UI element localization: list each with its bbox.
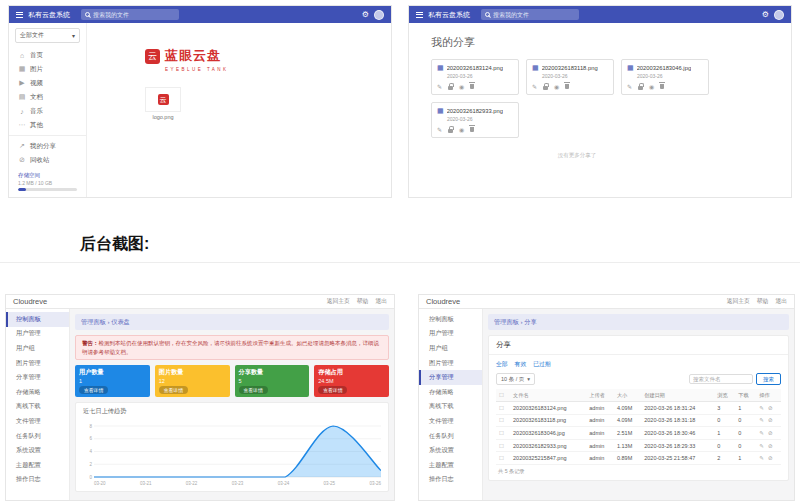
nav-link-logout[interactable]: 退出 bbox=[375, 297, 387, 306]
sidebar-item-images[interactable]: 图片管理 bbox=[419, 356, 482, 371]
sidebar-item-users[interactable]: 用户管理 bbox=[6, 327, 69, 342]
nav-link-home[interactable]: 返回主页 bbox=[327, 297, 350, 306]
delete-icon[interactable] bbox=[470, 84, 474, 89]
lock-icon[interactable] bbox=[448, 129, 453, 133]
sidebar-item-dashboard[interactable]: 控制面板 bbox=[419, 312, 482, 327]
lock-icon[interactable] bbox=[638, 86, 643, 90]
avatar[interactable] bbox=[774, 10, 784, 20]
search-box[interactable] bbox=[81, 9, 179, 20]
avatar[interactable] bbox=[374, 10, 384, 20]
sidebar-item-logs[interactable]: 操作日志 bbox=[419, 473, 482, 488]
sidebar-item-theme[interactable]: 主题配置 bbox=[6, 458, 69, 473]
share-card[interactable]: ▦20200326183124.png 2020-03-26 ✎◉ bbox=[431, 59, 519, 95]
edit-icon[interactable]: ✎ bbox=[759, 417, 764, 423]
table-row[interactable]: ☐ 20200326182933.png admin 1.13M 2020-03… bbox=[496, 439, 781, 452]
file-thumbnail[interactable]: 云 logo.png bbox=[145, 87, 181, 120]
select-all-checkbox[interactable]: ☐ bbox=[499, 392, 504, 398]
sidebar-item-theme[interactable]: 主题配置 bbox=[419, 458, 482, 473]
sidebar-item-shares[interactable]: 分享管理 bbox=[6, 370, 69, 385]
per-page-select[interactable]: 10 条 / 页 ▾ bbox=[496, 373, 535, 385]
edit-icon[interactable]: ✎ bbox=[759, 430, 764, 436]
delete-icon[interactable]: ⊘ bbox=[768, 455, 773, 461]
collection-select[interactable]: 全部文件 ▾ bbox=[15, 28, 80, 43]
row-checkbox[interactable]: ☐ bbox=[499, 405, 504, 411]
col-downloads[interactable]: 下载 bbox=[735, 389, 756, 402]
gear-icon[interactable]: ⚙ bbox=[362, 11, 369, 19]
hamburger-menu-icon[interactable] bbox=[16, 12, 23, 18]
sidebar-item-users[interactable]: 用户管理 bbox=[419, 327, 482, 342]
stat-detail-button[interactable]: 查看详情 bbox=[318, 386, 347, 394]
views-icon[interactable]: ◉ bbox=[459, 126, 464, 133]
hamburger-menu-icon[interactable] bbox=[416, 12, 423, 18]
search-box[interactable] bbox=[481, 9, 579, 20]
sidebar-item-storage-policy[interactable]: 存储策略 bbox=[6, 385, 69, 400]
sidebar-item-music[interactable]: ♪音乐 bbox=[9, 104, 86, 118]
edit-icon[interactable]: ✎ bbox=[759, 455, 764, 461]
edit-icon[interactable]: ✎ bbox=[532, 83, 537, 90]
row-checkbox[interactable]: ☐ bbox=[499, 443, 504, 449]
row-checkbox[interactable]: ☐ bbox=[499, 417, 504, 423]
filter-expired[interactable]: 已过期 bbox=[533, 360, 550, 369]
table-search-input[interactable] bbox=[689, 374, 753, 384]
sidebar-item-images[interactable]: 图片管理 bbox=[6, 356, 69, 371]
delete-icon[interactable]: ⊘ bbox=[768, 405, 773, 411]
filter-valid[interactable]: 有效 bbox=[515, 360, 527, 369]
sidebar-item-docs[interactable]: ▤文档 bbox=[9, 90, 86, 104]
sidebar-item-dashboard[interactable]: 控制面板 bbox=[6, 312, 69, 327]
share-card[interactable]: ▦20200326182933.png 2020-03-26 ✎◉ bbox=[431, 102, 519, 138]
row-checkbox[interactable]: ☐ bbox=[499, 430, 504, 436]
col-date[interactable]: 创建日期 bbox=[641, 389, 714, 402]
stat-detail-button[interactable]: 查看详情 bbox=[159, 386, 188, 394]
edit-icon[interactable]: ✎ bbox=[759, 405, 764, 411]
table-row[interactable]: ☐ 20200326183046.jpg admin 2.51M 2020-03… bbox=[496, 427, 781, 440]
sidebar-item-offline-download[interactable]: 离线下载 bbox=[6, 400, 69, 415]
sidebar-item-my-shares[interactable]: ↗我的分享 bbox=[9, 139, 86, 153]
col-size[interactable]: 大小 bbox=[614, 389, 641, 402]
edit-icon[interactable]: ✎ bbox=[437, 83, 442, 90]
brand-logo[interactable]: Cloudreve bbox=[13, 297, 47, 306]
table-search-button[interactable]: 搜索 bbox=[756, 373, 781, 385]
sidebar-item-groups[interactable]: 用户组 bbox=[419, 341, 482, 356]
views-icon[interactable]: ◉ bbox=[554, 83, 559, 90]
sidebar-item-images[interactable]: ▦图片 bbox=[9, 62, 86, 76]
col-uploader[interactable]: 上传者 bbox=[586, 389, 614, 402]
sidebar-item-files[interactable]: 文件管理 bbox=[419, 414, 482, 429]
delete-icon[interactable] bbox=[565, 84, 569, 89]
sidebar-item-shares[interactable]: 分享管理 bbox=[419, 370, 482, 385]
nav-link-help[interactable]: 帮助 bbox=[757, 297, 769, 306]
share-card[interactable]: ▦20200326183118.png 2020-03-26 ✎◉ bbox=[526, 59, 614, 95]
delete-icon[interactable]: ⊘ bbox=[768, 443, 773, 449]
table-row[interactable]: ☐ 20200326183118.png admin 4.09M 2020-03… bbox=[496, 414, 781, 427]
search-input[interactable] bbox=[493, 12, 575, 18]
delete-icon[interactable] bbox=[470, 127, 474, 132]
table-row[interactable]: ☐ 20200325215847.png admin 0.89M 2020-03… bbox=[496, 452, 781, 465]
sidebar-item-settings[interactable]: 系统设置 bbox=[6, 443, 69, 458]
sidebar-item-tasks[interactable]: 任务队列 bbox=[6, 429, 69, 444]
sidebar-item-other[interactable]: ⋯其他 bbox=[9, 118, 86, 132]
sidebar-item-trash[interactable]: ⊘回收站 bbox=[9, 153, 86, 167]
filter-all[interactable]: 全部 bbox=[496, 360, 508, 369]
sidebar-item-home[interactable]: ⌂首页 bbox=[9, 48, 86, 62]
sidebar-item-logs[interactable]: 操作日志 bbox=[6, 473, 69, 488]
nav-link-logout[interactable]: 退出 bbox=[775, 297, 787, 306]
stat-detail-button[interactable]: 查看详情 bbox=[79, 386, 108, 394]
delete-icon[interactable]: ⊘ bbox=[768, 430, 773, 436]
search-input[interactable] bbox=[93, 12, 175, 18]
sidebar-item-offline-download[interactable]: 离线下载 bbox=[419, 400, 482, 415]
lock-icon[interactable] bbox=[448, 86, 453, 90]
sidebar-item-files[interactable]: 文件管理 bbox=[6, 414, 69, 429]
edit-icon[interactable]: ✎ bbox=[437, 126, 442, 133]
nav-link-help[interactable]: 帮助 bbox=[357, 297, 369, 306]
row-checkbox[interactable]: ☐ bbox=[499, 455, 504, 461]
nav-link-home[interactable]: 返回主页 bbox=[727, 297, 750, 306]
col-views[interactable]: 浏览 bbox=[714, 389, 735, 402]
views-icon[interactable]: ◉ bbox=[649, 83, 654, 90]
views-icon[interactable]: ◉ bbox=[459, 83, 464, 90]
edit-icon[interactable]: ✎ bbox=[627, 83, 632, 90]
table-row[interactable]: ☐ 20200326183124.png admin 4.09M 2020-03… bbox=[496, 402, 781, 415]
stat-detail-button[interactable]: 查看详情 bbox=[239, 386, 268, 394]
sidebar-item-settings[interactable]: 系统设置 bbox=[419, 443, 482, 458]
sidebar-item-tasks[interactable]: 任务队列 bbox=[419, 429, 482, 444]
sidebar-item-groups[interactable]: 用户组 bbox=[6, 341, 69, 356]
delete-icon[interactable]: ⊘ bbox=[768, 417, 773, 423]
